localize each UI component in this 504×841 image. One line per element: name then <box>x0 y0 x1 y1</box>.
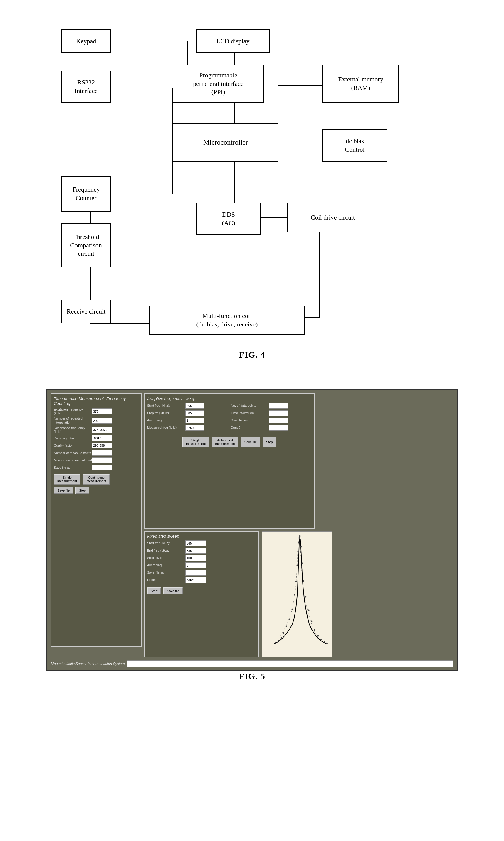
block-ppi: Programmable peripheral interface (PPI) <box>173 65 264 103</box>
fs-save-button[interactable]: Save file <box>163 588 183 594</box>
fs-input-3[interactable] <box>185 562 206 568</box>
ui-screenshot: Time domain Measurement- Frequency Count… <box>47 389 457 671</box>
td-row-2: Resonance frequency (kHz) <box>54 426 139 434</box>
td-single-button[interactable]: Singlemeasurement <box>54 474 80 485</box>
fs-input-4[interactable] <box>185 570 206 576</box>
block-receive: Receive circuit <box>61 300 111 323</box>
td-input-7[interactable] <box>92 465 112 471</box>
td-input-0[interactable] <box>92 408 112 414</box>
svg-point-27 <box>286 626 287 627</box>
fs-input-1[interactable] <box>185 548 206 554</box>
svg-point-24 <box>278 640 279 642</box>
svg-point-43 <box>311 620 312 622</box>
af-row-r3: Done? <box>231 425 312 431</box>
td-input-1[interactable] <box>92 418 112 424</box>
af-input-2[interactable] <box>185 418 204 423</box>
td-row-7: Save file as <box>54 465 139 471</box>
svg-point-45 <box>318 635 319 637</box>
svg-point-44 <box>314 629 316 631</box>
td-input-3[interactable] <box>92 435 112 441</box>
resonance-curve <box>274 538 328 644</box>
block-keypad: Keypad <box>61 29 111 53</box>
svg-point-37 <box>300 539 301 541</box>
block-multifunction: Multi-function coil (dc-bias, drive, rec… <box>149 305 305 335</box>
svg-point-25 <box>281 637 282 639</box>
svg-point-35 <box>299 538 300 539</box>
fs-input-0[interactable] <box>185 540 206 546</box>
af-input-r3[interactable] <box>269 425 288 431</box>
svg-point-26 <box>283 632 284 634</box>
af-input-r2[interactable] <box>269 418 288 423</box>
af-stop-button[interactable]: Stop <box>263 437 276 447</box>
time-domain-panel: Time domain Measurement- Frequency Count… <box>51 393 142 647</box>
svg-point-32 <box>296 565 298 566</box>
svg-point-41 <box>305 596 307 598</box>
block-threshold: Threshold Comparison circuit <box>61 223 111 267</box>
svg-point-39 <box>302 563 303 564</box>
status-label: Magnetoelastic Sensor Instrumentation Sy… <box>51 662 125 666</box>
af-row-3: Measured freq (kHz) <box>147 425 228 431</box>
block-rs232: RS232 Interface <box>61 71 111 103</box>
fig4-label: FIG. 4 <box>47 350 457 360</box>
td-row-0: Excitation frequency (kHz): <box>54 407 139 415</box>
af-input-1[interactable] <box>185 410 204 416</box>
af-input-3[interactable] <box>185 425 204 431</box>
svg-point-31 <box>295 581 297 582</box>
af-row-2: Averaging <box>147 418 228 423</box>
diagram-area: Keypad LCD display Programmable peripher… <box>47 18 457 341</box>
svg-point-28 <box>289 618 290 620</box>
fig4-container: Keypad LCD display Programmable peripher… <box>47 18 457 377</box>
fig5-container: Time domain Measurement- Frequency Count… <box>47 389 457 699</box>
svg-point-38 <box>301 546 302 548</box>
af-row-r1: Time interval (s) <box>231 410 312 416</box>
td-input-5[interactable] <box>92 450 112 456</box>
td-input-2[interactable] <box>92 427 112 433</box>
adaptive-panel: Adaptive frequency sweep Start freq (kHz… <box>144 393 314 529</box>
time-domain-title: Time domain Measurement- Frequency Count… <box>54 397 139 406</box>
fs-row-3: Averaging <box>147 562 256 568</box>
af-input-r1[interactable] <box>269 410 288 416</box>
fs-row-1: End freq (kHz): <box>147 548 256 554</box>
af-automated-button[interactable]: Automatedmeasurement <box>212 437 238 447</box>
svg-point-48 <box>326 643 328 644</box>
block-coil-drive: Coil drive circuit <box>287 203 378 232</box>
td-save-button[interactable]: Save file <box>54 487 73 494</box>
td-stop-button[interactable]: Stop <box>75 487 89 494</box>
block-external-memory: External memory (RAM) <box>323 65 399 103</box>
svg-point-30 <box>294 594 295 596</box>
fs-start-button[interactable]: Start <box>147 588 161 594</box>
svg-point-36 <box>299 536 301 537</box>
svg-point-42 <box>308 610 310 611</box>
svg-point-23 <box>275 642 276 644</box>
page: Keypad LCD display Programmable peripher… <box>0 0 504 716</box>
td-row-6: Measurement time interval <box>54 457 139 463</box>
status-input[interactable] <box>127 660 453 667</box>
td-input-4[interactable] <box>92 442 112 449</box>
fs-row-2: Step (Hz): <box>147 555 256 561</box>
svg-point-40 <box>303 580 304 582</box>
block-lcd: LCD display <box>196 29 270 53</box>
svg-point-29 <box>292 609 293 610</box>
svg-point-33 <box>298 551 299 553</box>
block-dds: DDS (AC) <box>196 203 261 235</box>
af-input-0[interactable] <box>185 403 204 409</box>
fs-row-0: Start freq (kHz): <box>147 540 256 546</box>
chart-area <box>262 531 332 658</box>
fs-row-5: Done: <box>147 577 256 583</box>
fs-input-5[interactable] <box>185 577 206 583</box>
td-input-6[interactable] <box>92 457 112 463</box>
td-continuous-button[interactable]: Continuousmeasurement <box>83 474 110 485</box>
af-single-button[interactable]: Singlemeasurement <box>182 437 209 447</box>
td-row-4: Quality factor <box>54 442 139 449</box>
fixed-step-title: Fixed step sweep <box>147 534 256 539</box>
block-dc-bias: dc bias Control <box>323 129 387 162</box>
af-row-0: Start freq (kHz): <box>147 403 228 409</box>
fixed-step-panel: Fixed step sweep Start freq (kHz): End f… <box>144 531 259 658</box>
td-row-5: Number of measurements <box>54 450 139 456</box>
svg-point-46 <box>320 639 322 641</box>
af-input-r0[interactable] <box>269 403 288 409</box>
af-row-r0: No. of data points <box>231 403 312 409</box>
td-row-1: Number of repeated interpolation <box>54 417 139 424</box>
fs-input-2[interactable] <box>185 555 206 561</box>
af-save-button[interactable]: Save file <box>241 437 260 447</box>
